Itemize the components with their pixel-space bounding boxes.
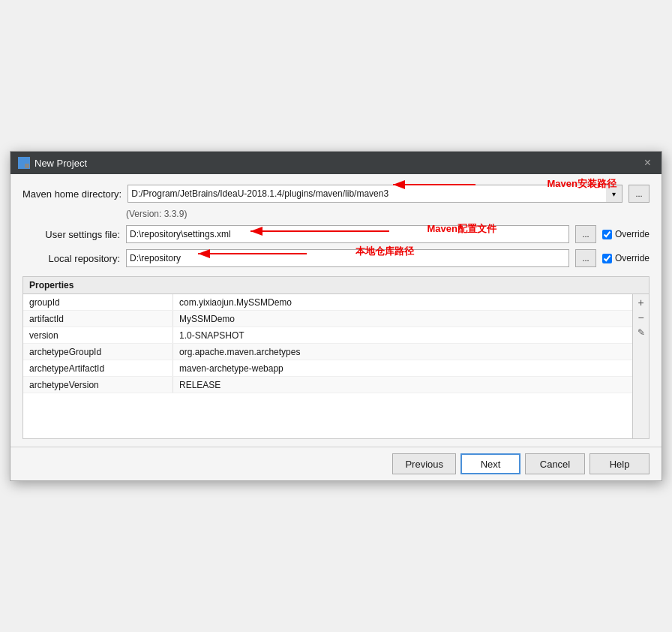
prop-key: artifactId bbox=[23, 311, 173, 327]
table-row: archetypeGroupId org.apache.maven.archet… bbox=[23, 344, 632, 360]
remove-property-btn[interactable]: − bbox=[634, 311, 648, 324]
previous-button[interactable]: Previous bbox=[392, 453, 456, 474]
edit-property-btn[interactable]: ✎ bbox=[634, 326, 648, 339]
prop-value: com.yixiaojun.MySSMDemo bbox=[173, 294, 632, 310]
prop-key: archetypeArtifactId bbox=[23, 360, 173, 376]
close-button[interactable]: × bbox=[641, 155, 654, 170]
table-row: archetypeArtifactId maven-archetype-weba… bbox=[23, 360, 632, 377]
add-property-btn[interactable]: + bbox=[634, 296, 648, 309]
properties-table: groupId com.yixiaojun.MySSMDemo artifact… bbox=[23, 294, 632, 438]
cancel-button[interactable]: Cancel bbox=[525, 453, 585, 474]
dialog-body: Maven home directory: ▾ ... (Version: 3.… bbox=[10, 174, 662, 447]
maven-version-hint: (Version: 3.3.9) bbox=[126, 209, 650, 219]
maven-home-row: Maven home directory: ▾ ... bbox=[22, 185, 650, 203]
prop-key: groupId bbox=[23, 294, 173, 310]
maven-home-input-group: ▾ bbox=[128, 185, 622, 203]
properties-section: Properties groupId com.yixiaojun.MySSMDe… bbox=[22, 276, 650, 439]
local-repo-label: Local repository: bbox=[22, 253, 120, 264]
title-bar: New Project × bbox=[10, 152, 662, 174]
user-settings-override: Override bbox=[602, 229, 650, 239]
prop-value: 1.0-SNAPSHOT bbox=[173, 327, 632, 343]
svg-rect-0 bbox=[19, 158, 23, 162]
prop-key: archetypeVersion bbox=[23, 377, 173, 393]
local-repo-override-checkbox[interactable] bbox=[602, 254, 612, 263]
user-settings-input[interactable] bbox=[126, 225, 569, 243]
table-row: artifactId MySSMDemo bbox=[23, 311, 632, 327]
user-settings-label: User settings file: bbox=[22, 229, 120, 240]
maven-home-browse-btn[interactable]: ... bbox=[628, 185, 650, 203]
new-project-dialog: New Project × Maven home directory: ▾ ..… bbox=[10, 151, 662, 481]
table-row: version 1.0-SNAPSHOT bbox=[23, 327, 632, 344]
local-repo-input[interactable] bbox=[126, 249, 569, 267]
maven-home-dropdown-btn[interactable]: ▾ bbox=[606, 185, 622, 203]
prop-value: MySSMDemo bbox=[173, 311, 632, 327]
svg-rect-1 bbox=[25, 158, 29, 162]
local-repo-row: Local repository: ... Override bbox=[22, 249, 650, 267]
prop-key: version bbox=[23, 327, 173, 343]
user-settings-browse-btn[interactable]: ... bbox=[575, 225, 596, 243]
maven-home-input[interactable] bbox=[128, 185, 606, 203]
help-button[interactable]: Help bbox=[590, 453, 650, 474]
table-row: groupId com.yixiaojun.MySSMDemo bbox=[23, 294, 632, 311]
svg-rect-2 bbox=[19, 164, 23, 168]
local-repo-browse-btn[interactable]: ... bbox=[575, 249, 596, 267]
properties-body: groupId com.yixiaojun.MySSMDemo artifact… bbox=[23, 294, 649, 438]
local-repo-override-label: Override bbox=[615, 253, 650, 263]
local-repo-override: Override bbox=[602, 253, 650, 263]
prop-value: maven-archetype-webapp bbox=[173, 360, 632, 376]
properties-header: Properties bbox=[23, 277, 649, 294]
prop-value: org.apache.maven.archetypes bbox=[173, 344, 632, 360]
prop-key: archetypeGroupId bbox=[23, 344, 173, 360]
user-settings-override-checkbox[interactable] bbox=[602, 230, 612, 239]
dialog-footer: Previous Next Cancel Help bbox=[10, 447, 662, 480]
user-settings-override-label: Override bbox=[615, 229, 650, 239]
dialog-title: New Project bbox=[34, 158, 87, 169]
user-settings-row: User settings file: ... Override bbox=[22, 225, 650, 243]
table-row: archetypeVersion RELEASE bbox=[23, 377, 632, 393]
svg-rect-3 bbox=[25, 164, 29, 168]
app-icon bbox=[18, 157, 30, 169]
next-button[interactable]: Next bbox=[460, 453, 520, 474]
properties-actions: + − ✎ bbox=[632, 294, 649, 438]
maven-home-label: Maven home directory: bbox=[22, 188, 122, 200]
prop-value: RELEASE bbox=[173, 377, 632, 393]
